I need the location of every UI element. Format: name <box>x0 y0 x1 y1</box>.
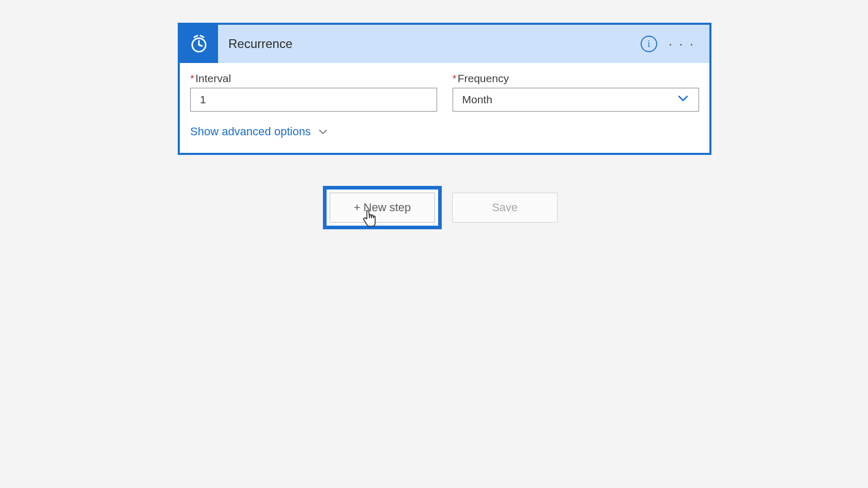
new-step-highlight: + New step <box>323 186 442 229</box>
required-mark: * <box>190 72 194 84</box>
recurrence-icon <box>180 25 218 63</box>
action-row: + New step Save <box>323 186 557 229</box>
chevron-down-icon <box>317 126 329 137</box>
card-body: *Interval 1 *Frequency Month Show advanc… <box>180 63 709 153</box>
more-menu-icon[interactable]: · · · <box>669 37 695 51</box>
advanced-label: Show advanced options <box>190 125 311 138</box>
card-title: Recurrence <box>218 37 292 51</box>
frequency-label: *Frequency <box>453 72 700 85</box>
frequency-value: Month <box>462 93 492 106</box>
plus-icon: + <box>354 201 361 214</box>
required-mark: * <box>453 72 457 84</box>
interval-label: *Interval <box>190 72 437 85</box>
new-step-button[interactable]: + New step <box>330 193 435 223</box>
info-icon[interactable]: i <box>641 36 657 52</box>
show-advanced-options[interactable]: Show advanced options <box>190 125 699 138</box>
save-button[interactable]: Save <box>452 193 557 223</box>
new-step-label: New step <box>364 201 411 214</box>
recurrence-card: Recurrence i · · · *Interval 1 *Frequenc… <box>178 23 711 155</box>
frequency-field: *Frequency Month <box>453 72 700 112</box>
chevron-down-icon <box>677 92 689 107</box>
interval-field: *Interval 1 <box>190 72 437 112</box>
svg-line-2 <box>199 45 202 46</box>
card-header: Recurrence i · · · <box>180 25 709 63</box>
svg-line-3 <box>194 36 197 37</box>
svg-line-4 <box>200 36 204 37</box>
frequency-select[interactable]: Month <box>453 88 700 112</box>
interval-input[interactable]: 1 <box>190 88 437 112</box>
